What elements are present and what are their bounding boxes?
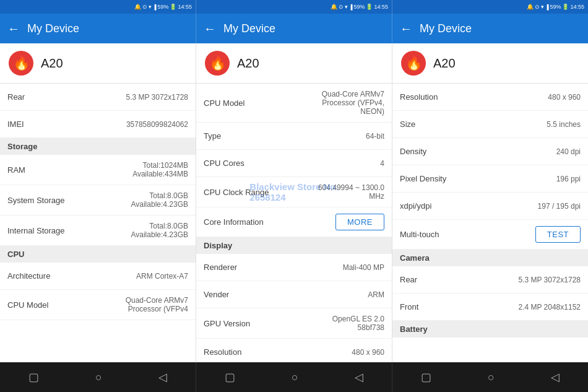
panel-1: 🔥 A20 Rear 5.3 MP 3072x1728 IMEI 3578580… — [0, 43, 196, 362]
top-bar-row: ← My Device ← My Device ← My Device — [0, 14, 588, 43]
back-button-1[interactable]: ← — [7, 22, 20, 36]
nav-triangle-3[interactable]: ◁ — [541, 365, 569, 389]
section-cpu: CPU — [0, 246, 196, 263]
notification-icon-2: 🔔 — [331, 4, 337, 10]
android-icon-2: ⊙ — [339, 4, 344, 10]
flame-logo-1: 🔥 — [7, 50, 35, 77]
notification-icon: 🔔 — [134, 4, 141, 10]
info-row-ram: RAM Total:1024MB Available:434MB — [0, 155, 196, 185]
label-rear-3: Rear — [400, 275, 417, 284]
label-architecture: Architecture — [7, 271, 50, 281]
wifi-icon-2: ▾ — [345, 4, 348, 10]
info-row-gpu-version: GPU Version OpenGL ES 2.0 58bf738 — [196, 308, 392, 339]
label-rear: Rear — [7, 92, 25, 102]
value-front: 2.4 MP 2048x1152 — [518, 303, 581, 311]
more-button[interactable]: MORE — [335, 214, 384, 230]
flame-logo-3: 🔥 — [400, 50, 427, 77]
status-icons-2: 🔔 ⊙ ▾ ▐ 59% 🔋 14:55 — [331, 4, 388, 10]
bottom-nav-1: ▢ ○ ◁ — [0, 362, 196, 392]
top-bar-1: ← My Device — [0, 14, 196, 43]
nav-square-1[interactable]: ▢ — [19, 365, 49, 389]
label-cpu-clock: CPU Clock Range — [204, 188, 269, 197]
label-imei: IMEI — [7, 120, 24, 129]
nav-triangle-1[interactable]: ◁ — [149, 365, 177, 389]
battery-text-3: 59% — [550, 4, 561, 10]
nav-triangle-2[interactable]: ◁ — [345, 365, 373, 389]
value-vender: ARM — [368, 290, 384, 299]
status-bar-row: 🔔 ⊙ ▾ ▐ 59% 🔋 14:55 🔔 ⊙ ▾ ▐ 59% 🔋 14:55 … — [0, 0, 588, 14]
info-row-cpu-model-2: CPU Model Quad-Core ARMv7 Processor (VFP… — [196, 84, 392, 123]
section-storage: Storage — [0, 138, 196, 155]
value-cpu-clock: 604.49994 ~ 1300.0 MHz — [318, 183, 384, 201]
device-name-3: A20 — [433, 56, 456, 71]
label-density: Density — [400, 147, 426, 156]
label-gpu-version: GPU Version — [204, 319, 250, 328]
device-header-1: 🔥 A20 — [0, 43, 196, 84]
info-row-core-info: Core Information MORE — [196, 207, 392, 237]
nav-circle-3[interactable]: ○ — [478, 366, 504, 389]
signal-icon-3: ▐ — [545, 4, 549, 10]
label-multitouch: Multi-touch — [400, 230, 439, 239]
value-xdpi: 197 / 195 dpi — [538, 202, 581, 211]
label-core-info: Core Information — [204, 217, 264, 227]
status-icons-1: 🔔 ⊙ ▾ ▐ 59% 🔋 14:55 — [134, 4, 192, 10]
label-type: Type — [204, 131, 221, 141]
label-size: Size — [400, 120, 415, 129]
label-system-storage: System Storage — [7, 196, 65, 205]
nav-square-2[interactable]: ▢ — [215, 365, 245, 389]
value-rear: 5.3 MP 3072x1728 — [126, 93, 188, 102]
info-row-cpu-model-1: CPU Model Quad-Core ARMv7 Processor (VFP… — [0, 290, 196, 320]
value-architecture: ARM Cortex-A7 — [136, 272, 188, 281]
section-camera: Camera — [392, 250, 588, 266]
time-display-3: 14:55 — [570, 4, 584, 10]
bottom-nav-row: ▢ ○ ◁ ▢ ○ ◁ ▢ ○ ◁ — [0, 362, 588, 392]
time-display-2: 14:55 — [374, 4, 388, 10]
info-row-cpu-clock: CPU Clock Range 604.49994 ~ 1300.0 MHz B… — [196, 177, 392, 207]
info-row-multitouch: Multi-touch TEST — [392, 220, 588, 250]
label-internal-storage: Internal Storage — [7, 226, 65, 235]
label-resolution-3: Resolution — [400, 92, 438, 102]
back-button-2[interactable]: ← — [204, 22, 216, 36]
notification-icon-3: 🔔 — [527, 4, 534, 10]
value-type: 64-bit — [366, 132, 384, 141]
value-gpu-version: OpenGL ES 2.0 58bf738 — [332, 315, 384, 332]
nav-circle-1[interactable]: ○ — [85, 366, 112, 389]
android-icon-3: ⊙ — [535, 4, 540, 10]
section-battery: Battery — [392, 321, 588, 338]
info-row-size: Size 5.5 inches — [392, 111, 588, 138]
svg-text:🔥: 🔥 — [405, 54, 423, 71]
device-name-2: A20 — [237, 56, 259, 71]
battery-text: 59% — [157, 4, 168, 10]
value-system-storage: Total:8.0GB Available:4.23GB — [131, 191, 188, 209]
nav-square-3[interactable]: ▢ — [411, 365, 441, 389]
value-cpu-model-1: Quad-Core ARMv7 Processor (VFPv4 — [126, 296, 188, 313]
value-imei: 357858099824062 — [126, 120, 188, 129]
device-name-1: A20 — [41, 56, 63, 71]
device-header-2: 🔥 A20 — [196, 43, 392, 84]
value-resolution-3: 480 x 960 — [548, 93, 581, 102]
value-resolution-2: 480 x 960 — [352, 348, 384, 357]
info-row-resolution-3: Resolution 480 x 960 — [392, 84, 588, 111]
back-button-3[interactable]: ← — [400, 22, 412, 36]
test-button[interactable]: TEST — [535, 226, 581, 243]
info-row-internal-storage: Internal Storage Total:8.0GB Available:4… — [0, 216, 196, 246]
info-row-cpu-cores: CPU Cores 4 — [196, 150, 392, 177]
status-bar-2: 🔔 ⊙ ▾ ▐ 59% 🔋 14:55 — [196, 0, 392, 14]
signal-icon-2: ▐ — [349, 4, 353, 10]
nav-circle-2[interactable]: ○ — [282, 366, 308, 389]
label-renderer: Renderer — [204, 263, 237, 272]
info-row-vender: Vender ARM — [196, 281, 392, 308]
flame-logo-2: 🔥 — [204, 50, 231, 77]
panels-row: 🔥 A20 Rear 5.3 MP 3072x1728 IMEI 3578580… — [0, 43, 588, 362]
info-row-type: Type 64-bit — [196, 123, 392, 150]
battery-icon: 🔋 — [170, 4, 176, 10]
time-display: 14:55 — [178, 4, 192, 10]
label-cpu-cores: CPU Cores — [204, 159, 244, 168]
value-cpu-cores: 4 — [380, 159, 384, 168]
page-title-1: My Device — [27, 22, 79, 35]
info-row-front: Front 2.4 MP 2048x1152 — [392, 294, 588, 321]
label-cpu-model-2: CPU Model — [204, 98, 244, 108]
value-density: 240 dpi — [556, 147, 581, 156]
bottom-nav-3: ▢ ○ ◁ — [392, 362, 588, 392]
status-bar-1: 🔔 ⊙ ▾ ▐ 59% 🔋 14:55 — [0, 0, 196, 14]
